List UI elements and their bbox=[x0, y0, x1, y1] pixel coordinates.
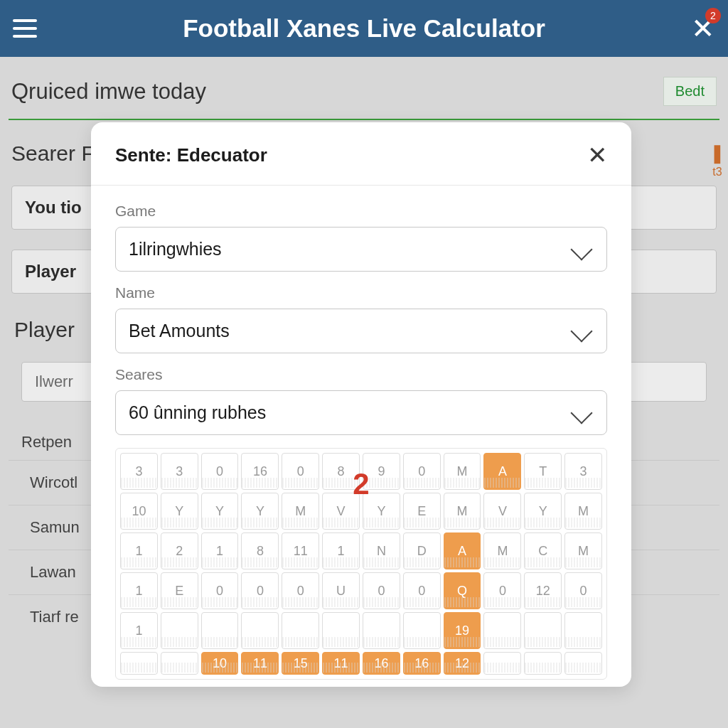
grid-cell[interactable]: T bbox=[524, 453, 562, 490]
modal-body: Game 1ilringwhies Name Bet Amounts Seare… bbox=[91, 186, 631, 435]
grid-cell[interactable]: 2 bbox=[161, 532, 198, 569]
grid-cell[interactable] bbox=[282, 612, 319, 649]
grid-cell[interactable]: M bbox=[282, 493, 319, 530]
grid-cell[interactable]: 0 bbox=[483, 572, 521, 609]
modal-header: Sente: Edecuator ✕ bbox=[91, 122, 631, 186]
grid-cell[interactable]: 1 bbox=[201, 532, 239, 569]
grid-cell[interactable]: 0 bbox=[241, 572, 279, 609]
grid-cell[interactable] bbox=[483, 612, 521, 649]
bulb-icon: ❚ bbox=[710, 142, 725, 164]
grid-cell[interactable]: C bbox=[524, 532, 562, 569]
section-header: Qruiced imwe today Bedt bbox=[9, 57, 719, 120]
grid-cell[interactable]: E bbox=[161, 572, 198, 609]
grid-cell[interactable]: V bbox=[483, 493, 521, 530]
grid-cell[interactable] bbox=[241, 612, 279, 649]
grid-cell[interactable] bbox=[363, 612, 400, 649]
section-title: Qruiced imwe today bbox=[11, 79, 206, 105]
grid-cell[interactable]: M bbox=[483, 532, 521, 569]
grid-cell[interactable]: 1 bbox=[120, 532, 158, 569]
grid-cell[interactable]: Y bbox=[524, 493, 562, 530]
grid-cell[interactable]: 0 bbox=[201, 572, 239, 609]
grid-cell[interactable]: M bbox=[564, 493, 602, 530]
grid-cell[interactable]: 11 bbox=[282, 532, 319, 569]
grid-cell[interactable] bbox=[161, 612, 198, 649]
grid-cell[interactable] bbox=[161, 652, 198, 675]
bulb-sub: t3 bbox=[710, 166, 725, 178]
grid-cell[interactable] bbox=[483, 652, 521, 675]
grid-cell[interactable]: 12 bbox=[444, 652, 481, 675]
modal-title: Sente: Edecuator bbox=[115, 144, 267, 166]
grid-cell[interactable]: A bbox=[444, 532, 481, 569]
grid-cell[interactable]: U bbox=[322, 572, 360, 609]
grid-cell[interactable]: 16 bbox=[403, 652, 441, 675]
game-select[interactable]: 1ilringwhies bbox=[115, 227, 607, 272]
chevron-down-icon bbox=[570, 320, 592, 342]
grid-cell[interactable] bbox=[564, 652, 602, 675]
grid-cell[interactable]: 3 bbox=[120, 453, 158, 490]
grid-cell[interactable]: Y bbox=[201, 493, 239, 530]
page-background: Qruiced imwe today Bedt Searer F ❚ t3 Yo… bbox=[0, 57, 728, 728]
grid-cell[interactable]: 1 bbox=[120, 612, 158, 649]
name-select[interactable]: Bet Amounts bbox=[115, 309, 607, 353]
chevron-down-icon bbox=[570, 238, 592, 260]
grid-cell[interactable]: 0 bbox=[282, 453, 319, 490]
grid-cell[interactable]: 0 bbox=[201, 453, 239, 490]
grid-cell[interactable]: D bbox=[403, 532, 441, 569]
seares-value: 60 ûnning rubhes bbox=[129, 402, 266, 423]
grid-cell[interactable]: Q bbox=[444, 572, 481, 609]
number-grid: 2 330160890MAT310YYYMVYEMVYM1218111NDAMC… bbox=[115, 448, 607, 680]
grid-cell[interactable] bbox=[403, 612, 441, 649]
grid-cell[interactable] bbox=[524, 612, 562, 649]
sidebar-tip[interactable]: ❚ t3 bbox=[710, 142, 725, 178]
grid-cell[interactable]: N bbox=[363, 532, 400, 569]
grid-cell[interactable]: 15 bbox=[282, 652, 319, 675]
grid-cell[interactable]: 16 bbox=[363, 652, 400, 675]
close-button[interactable]: ✕ 2 bbox=[691, 12, 715, 45]
grid-cell[interactable]: 19 bbox=[444, 612, 481, 649]
grid-cell[interactable]: 10 bbox=[201, 652, 239, 675]
seares-select[interactable]: 60 ûnning rubhes bbox=[115, 390, 607, 435]
game-label: Game bbox=[115, 203, 607, 220]
app-header: Football Xanes Live Calculator ✕ 2 bbox=[0, 0, 728, 57]
seares-label: Seares bbox=[115, 366, 607, 383]
grid-cell[interactable]: 0 bbox=[564, 572, 602, 609]
grid-cell[interactable]: 3 bbox=[161, 453, 198, 490]
menu-icon[interactable] bbox=[13, 19, 37, 38]
grid-cell[interactable]: 1 bbox=[120, 572, 158, 609]
grid-cell[interactable] bbox=[322, 612, 360, 649]
grid-cell[interactable]: 12 bbox=[524, 572, 562, 609]
grid-cell[interactable]: M bbox=[444, 493, 481, 530]
grid-cell[interactable] bbox=[564, 612, 602, 649]
grid-cell[interactable]: 11 bbox=[322, 652, 360, 675]
name-label: Name bbox=[115, 284, 607, 301]
chevron-down-icon bbox=[570, 402, 592, 424]
grid-cell[interactable]: 0 bbox=[282, 572, 319, 609]
grid-cell[interactable]: 0 bbox=[403, 453, 441, 490]
bedt-button[interactable]: Bedt bbox=[663, 77, 717, 106]
name-value: Bet Amounts bbox=[129, 321, 230, 341]
grid-cell[interactable]: 0 bbox=[403, 572, 441, 609]
grid-cell[interactable] bbox=[524, 652, 562, 675]
grid-cell[interactable]: 8 bbox=[241, 532, 279, 569]
grid-cell[interactable]: 16 bbox=[241, 453, 279, 490]
notification-badge: 2 bbox=[705, 8, 721, 23]
game-value: 1ilringwhies bbox=[129, 239, 222, 259]
calculator-modal: Sente: Edecuator ✕ Game 1ilringwhies Nam… bbox=[91, 122, 631, 687]
grid-cell[interactable] bbox=[120, 652, 158, 675]
grid-cell[interactable]: 10 bbox=[120, 493, 158, 530]
grid-cell[interactable]: 1 bbox=[322, 532, 360, 569]
grid-cell[interactable]: A bbox=[483, 453, 521, 490]
grid-cell[interactable]: Y bbox=[161, 493, 198, 530]
grid-cell[interactable]: M bbox=[444, 453, 481, 490]
grid-cell[interactable]: 0 bbox=[363, 572, 400, 609]
grid-cell[interactable]: Y bbox=[241, 493, 279, 530]
big-two-overlay: 2 bbox=[353, 467, 369, 501]
app-title: Football Xanes Live Calculator bbox=[37, 14, 691, 43]
grid-cell[interactable]: 3 bbox=[564, 453, 602, 490]
modal-close-button[interactable]: ✕ bbox=[587, 141, 607, 169]
grid-cell[interactable]: 11 bbox=[241, 652, 279, 675]
grid-cell[interactable]: M bbox=[564, 532, 602, 569]
grid-cell[interactable]: E bbox=[403, 493, 441, 530]
grid-cell[interactable] bbox=[201, 612, 239, 649]
